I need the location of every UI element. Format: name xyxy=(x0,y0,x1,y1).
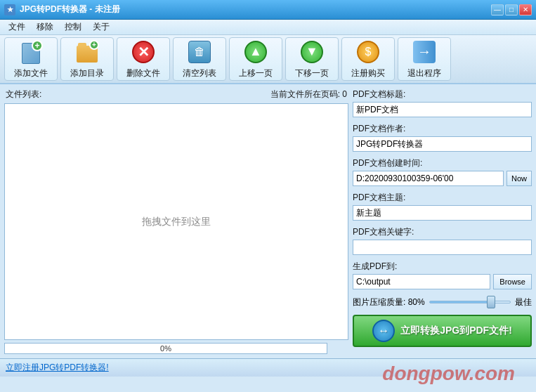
add-file-icon: + xyxy=(19,40,43,64)
pdf-subject-group: PDF文档主题: xyxy=(353,192,532,221)
pdf-author-label: PDF文档作者: xyxy=(353,123,532,135)
close-button[interactable]: ✕ xyxy=(519,4,532,15)
file-list-box[interactable]: 拖拽文件到这里 xyxy=(4,103,348,340)
right-panel: PDF文档标题: PDF文档作者: PDF文档创建时间: Now PDF文档主题… xyxy=(353,89,532,354)
exit-icon: → xyxy=(413,41,436,63)
pdf-created-row: Now xyxy=(353,171,532,186)
maximize-button[interactable]: □ xyxy=(505,4,518,15)
left-panel: 文件列表: 当前文件所在页码: 0 拖拽文件到这里 0% xyxy=(4,89,348,354)
move-down-button[interactable]: ▼ 下移一页 xyxy=(285,37,339,81)
convert-icon: ↔ xyxy=(372,320,395,342)
title-bar: ★ JPG转PDF转换器 - 未注册 — □ ✕ xyxy=(0,0,536,20)
exit-label: 退出程序 xyxy=(407,67,441,79)
quality-slider-container[interactable] xyxy=(429,295,511,309)
minimize-button[interactable]: — xyxy=(491,4,504,15)
pdf-subject-input[interactable] xyxy=(353,205,532,221)
add-dir-label: 添加目录 xyxy=(70,67,104,79)
menu-about[interactable]: 关于 xyxy=(87,20,115,34)
window-controls: — □ ✕ xyxy=(491,4,532,15)
browse-button[interactable]: Browse xyxy=(493,274,532,289)
menu-file[interactable]: 文件 xyxy=(3,20,31,34)
output-path-label: 生成PDF到: xyxy=(353,261,532,273)
clear-icon: 🗑 xyxy=(188,41,211,63)
pdf-created-label: PDF文档创建时间: xyxy=(353,157,532,169)
pdf-created-input[interactable] xyxy=(353,171,504,186)
status-bar: 立即注册JPG转PDF转换器! xyxy=(0,358,536,377)
now-button[interactable]: Now xyxy=(506,171,532,186)
menu-bar: 文件 移除 控制 关于 xyxy=(0,20,536,35)
quality-label: 图片压缩质量: 80% xyxy=(353,296,425,308)
page-code-label: 当前文件所在页码: 0 xyxy=(270,89,347,100)
output-path-group: 生成PDF到: Browse xyxy=(353,261,532,289)
progress-text: 0% xyxy=(160,344,171,353)
clear-list-button[interactable]: 🗑 清空列表 xyxy=(173,37,226,81)
output-path-input[interactable] xyxy=(353,274,490,289)
pdf-author-group: PDF文档作者: xyxy=(353,123,532,152)
down-arrow-icon: ▼ xyxy=(301,41,323,63)
add-file-button[interactable]: + 添加文件 xyxy=(4,37,58,81)
register-button[interactable]: $ 注册购买 xyxy=(341,37,395,81)
file-list-label: 文件列表: xyxy=(6,89,41,100)
up-arrow-icon: ▲ xyxy=(244,41,267,63)
delete-label: 删除文件 xyxy=(126,67,160,79)
clear-label: 清空列表 xyxy=(183,67,216,79)
menu-remove[interactable]: 移除 xyxy=(31,20,59,34)
pdf-author-input[interactable] xyxy=(353,136,532,152)
register-label: 注册购买 xyxy=(351,67,385,79)
add-dir-button[interactable]: + 添加目录 xyxy=(60,37,114,81)
move-up-button[interactable]: ▲ 上移一页 xyxy=(229,37,282,81)
convert-btn-label: 立即转换JPG到PDF文件! xyxy=(400,325,512,337)
exit-button[interactable]: → 退出程序 xyxy=(398,37,451,81)
pdf-created-group: PDF文档创建时间: Now xyxy=(353,157,532,186)
progress-bar-container: 0% xyxy=(4,343,327,354)
quality-row: 图片压缩质量: 80% 最佳 xyxy=(353,295,532,309)
delete-icon: ✕ xyxy=(132,41,155,63)
toolbar: + 添加文件 + 添加目录 ✕ 删除文件 xyxy=(0,35,536,84)
register-icon: $ xyxy=(357,41,379,63)
down-label: 下移一页 xyxy=(295,67,329,79)
file-list-placeholder: 拖拽文件到这里 xyxy=(142,216,211,228)
register-link[interactable]: 立即注册JPG转PDF转换器! xyxy=(6,362,109,374)
quality-best-label: 最佳 xyxy=(515,296,532,308)
add-file-label: 添加文件 xyxy=(14,67,48,79)
pdf-keywords-group: PDF文档关键字: xyxy=(353,226,532,255)
menu-control[interactable]: 控制 xyxy=(59,20,87,34)
output-path-row: Browse xyxy=(353,274,532,289)
app-icon: ★ xyxy=(4,4,15,15)
quality-slider[interactable] xyxy=(429,301,511,303)
file-list-header: 文件列表: 当前文件所在页码: 0 xyxy=(4,89,348,100)
pdf-keywords-label: PDF文档关键字: xyxy=(353,226,532,238)
main-content: 文件列表: 当前文件所在页码: 0 拖拽文件到这里 0% PDF文档标题: PD… xyxy=(0,84,536,358)
pdf-title-label: PDF文档标题: xyxy=(353,89,532,100)
slider-thumb[interactable] xyxy=(487,296,495,308)
add-dir-icon: + xyxy=(75,40,99,64)
pdf-keywords-input[interactable] xyxy=(353,240,532,255)
pdf-subject-label: PDF文档主题: xyxy=(353,192,532,204)
delete-file-button[interactable]: ✕ 删除文件 xyxy=(117,37,170,81)
up-label: 上移一页 xyxy=(239,67,273,79)
pdf-title-group: PDF文档标题: xyxy=(353,89,532,117)
window-title: JPG转PDF转换器 - 未注册 xyxy=(20,4,120,15)
pdf-title-input[interactable] xyxy=(353,102,532,117)
convert-button[interactable]: ↔ 立即转换JPG到PDF文件! xyxy=(353,315,532,347)
